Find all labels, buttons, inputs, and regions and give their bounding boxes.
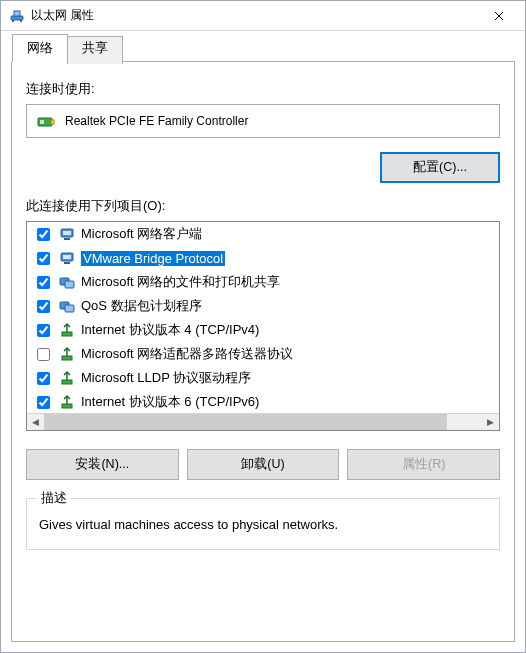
item-checkbox[interactable]	[37, 300, 50, 313]
protocol-icon	[59, 322, 75, 338]
item-label: Internet 协议版本 6 (TCP/IPv6)	[81, 393, 259, 411]
item-checkbox[interactable]	[37, 276, 50, 289]
item-label: VMware Bridge Protocol	[81, 251, 225, 266]
client-icon	[59, 250, 75, 266]
svg-rect-5	[40, 120, 44, 124]
svg-rect-0	[11, 16, 23, 20]
item-label: QoS 数据包计划程序	[81, 297, 202, 315]
svg-rect-1	[14, 11, 20, 16]
horizontal-scrollbar[interactable]: ◀ ▶	[27, 413, 499, 430]
description-groupbox: 描述 Gives virtual machines access to phys…	[26, 498, 500, 550]
window-title: 以太网 属性	[31, 7, 476, 24]
svg-rect-6	[51, 120, 54, 124]
service-icon	[59, 274, 75, 290]
list-item[interactable]: Microsoft 网络的文件和打印机共享	[27, 270, 499, 294]
list-item[interactable]: QoS 数据包计划程序	[27, 294, 499, 318]
client-icon	[59, 226, 75, 242]
svg-rect-16	[65, 305, 74, 312]
properties-window: 以太网 属性 网络 共享 连接时使用: Realtek PCIe FE Fami…	[0, 0, 526, 653]
svg-rect-20	[62, 404, 72, 408]
svg-rect-12	[64, 262, 70, 264]
svg-rect-8	[63, 231, 71, 235]
svg-rect-17	[62, 332, 72, 336]
protocol-icon	[59, 370, 75, 386]
scroll-right-arrow[interactable]: ▶	[482, 414, 499, 430]
nic-icon	[37, 113, 55, 129]
list-item[interactable]: Microsoft 网络适配器多路传送器协议	[27, 342, 499, 366]
list-item[interactable]: VMware Bridge Protocol	[27, 246, 499, 270]
tab-network[interactable]: 网络	[12, 34, 68, 62]
item-checkbox[interactable]	[37, 396, 50, 409]
item-label: Microsoft 网络客户端	[81, 225, 202, 243]
label-connect-using: 连接时使用:	[26, 80, 500, 98]
properties-button: 属性(R)	[347, 449, 500, 480]
item-label: Microsoft LLDP 协议驱动程序	[81, 369, 251, 387]
list-item[interactable]: Microsoft 网络客户端	[27, 222, 499, 246]
item-checkbox[interactable]	[37, 348, 50, 361]
tabpanel-network: 连接时使用: Realtek PCIe FE Family Controller…	[11, 61, 515, 642]
item-checkbox[interactable]	[37, 228, 50, 241]
svg-rect-18	[62, 356, 72, 360]
svg-rect-19	[62, 380, 72, 384]
tabstrip: 网络 共享	[12, 34, 515, 62]
adapter-name: Realtek PCIe FE Family Controller	[65, 114, 248, 128]
scroll-track[interactable]	[44, 414, 482, 430]
scroll-left-arrow[interactable]: ◀	[27, 414, 44, 430]
install-button[interactable]: 安装(N)...	[26, 449, 179, 480]
scroll-thumb[interactable]	[44, 414, 447, 430]
item-checkbox[interactable]	[37, 372, 50, 385]
adapter-box: Realtek PCIe FE Family Controller	[26, 104, 500, 138]
item-label: Microsoft 网络适配器多路传送器协议	[81, 345, 293, 363]
titlebar: 以太网 属性	[1, 1, 525, 31]
protocol-icon	[59, 346, 75, 362]
configure-button[interactable]: 配置(C)...	[380, 152, 500, 183]
item-checkbox[interactable]	[37, 324, 50, 337]
svg-rect-2	[12, 20, 14, 22]
item-label: Microsoft 网络的文件和打印机共享	[81, 273, 280, 291]
description-legend: 描述	[37, 490, 71, 507]
close-button[interactable]	[476, 1, 521, 30]
svg-rect-14	[65, 281, 74, 288]
protocol-icon	[59, 394, 75, 410]
client-area: 网络 共享 连接时使用: Realtek PCIe FE Family Cont…	[1, 31, 525, 652]
service-icon	[59, 298, 75, 314]
uninstall-button[interactable]: 卸载(U)	[187, 449, 340, 480]
components-list[interactable]: Microsoft 网络客户端VMware Bridge ProtocolMic…	[26, 221, 500, 431]
list-item[interactable]: Internet 协议版本 6 (TCP/IPv6)	[27, 390, 499, 413]
description-text: Gives virtual machines access to physica…	[39, 515, 487, 535]
item-checkbox[interactable]	[37, 252, 50, 265]
label-items-used: 此连接使用下列项目(O):	[26, 197, 500, 215]
network-adapter-icon	[9, 8, 25, 24]
svg-rect-9	[64, 238, 70, 240]
item-label: Internet 协议版本 4 (TCP/IPv4)	[81, 321, 259, 339]
list-item[interactable]: Microsoft LLDP 协议驱动程序	[27, 366, 499, 390]
tab-sharing[interactable]: 共享	[67, 36, 123, 64]
svg-rect-11	[63, 255, 71, 259]
list-item[interactable]: Internet 协议版本 4 (TCP/IPv4)	[27, 318, 499, 342]
svg-rect-3	[20, 20, 22, 22]
